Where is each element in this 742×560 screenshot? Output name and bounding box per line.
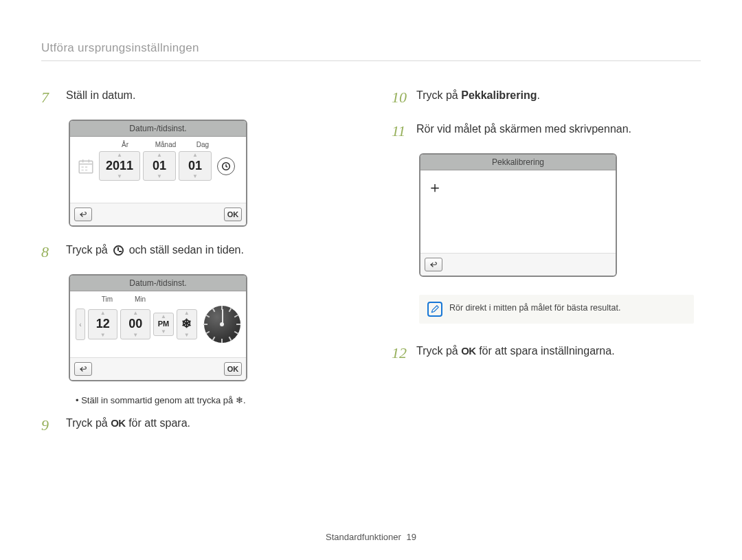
chevron-down-icon[interactable]: ▼ [100,175,139,179]
spinner-day[interactable]: ▲ 01 ▼ [179,151,212,181]
tip-box: Rör direkt i mitten på målet för bästa r… [419,295,694,324]
calibration-target-icon[interactable]: ＋ [427,177,442,198]
step-text: Tryck på OK för att spara inställningarn… [416,341,701,359]
ok-icon: OK [461,344,476,359]
spinner-hour-value: 12 [89,315,117,333]
spinner-year-value: 2011 [100,157,139,175]
chevron-down-icon[interactable]: ▼ [177,333,196,337]
screen-footer: OK [70,203,246,225]
switch-to-time-button[interactable] [217,157,235,175]
dst-icon: ❄ [177,315,196,333]
back-button[interactable] [74,362,92,376]
spinner-min-value: 00 [121,315,150,333]
label-year: År [103,141,147,148]
page-header-title: Utföra ursprungsinställningen [41,41,199,54]
screen-body: År Månad Dag ▲ 2011 ▼ [70,137,246,203]
chevron-down-icon[interactable]: ▼ [179,175,211,179]
date-setting-screen: Datum-/tidsinst. År Månad Dag [69,120,247,227]
tip-text: Rör direkt i mitten på målet för bästa r… [449,302,620,313]
prev-arrow-button[interactable]: ‹ [76,309,85,340]
step-7: 7 Ställ in datum. [41,86,350,109]
screen-footer: OK [70,357,246,380]
ok-button[interactable]: OK [224,208,242,221]
label-hour: Tim [91,295,124,303]
text-fragment: för att spara inställningarna. [479,345,614,357]
text-fragment: Ställ in sommartid genom att trycka på [81,395,236,405]
step-12: 12 Tryck på OK för att spara inställning… [392,341,701,364]
footer-page: 19 [407,532,416,542]
step-number: 9 [41,414,59,436]
step-text: Tryck på OK för att spara. [66,414,350,432]
step-number: 7 [41,86,59,109]
page-header: Utföra ursprungsinställningen [41,41,701,61]
note-icon [427,302,442,317]
right-column: 10 Tryck på Pekkalibrering. 11 Rör vid m… [392,86,701,447]
spinner-year[interactable]: ▲ 2011 ▼ [99,151,140,181]
spinner-month-value: 01 [144,157,175,175]
dst-icon: ❄ [236,395,243,405]
screen-body: Tim Min ‹ ▲ 12 ▼ ▲ 00 ▼ [70,291,246,357]
text-fragment: Tryck på [66,244,111,256]
step-text: Tryck på Pekkalibrering. [416,86,701,104]
spinner-day-value: 01 [179,157,211,175]
screen-body: ＋ [420,170,616,253]
spinner-hour[interactable]: ▲ 12 ▼ [88,309,118,339]
text-fragment: Tryck på [416,345,461,357]
screen-title: Datum-/tidsinst. [70,121,246,137]
spinner-month[interactable]: ▲ 01 ▼ [143,151,176,181]
back-button[interactable] [425,258,442,271]
step-number: 8 [41,240,59,263]
date-spinner-row: ▲ 2011 ▼ ▲ 01 ▼ ▲ 01 ▼ [76,151,240,181]
chevron-down-icon[interactable]: ▼ [89,333,117,337]
calibration-screen: Pekkalibrering ＋ [419,153,617,277]
date-labels: År Månad Dag [76,141,240,148]
time-setting-screen: Datum-/tidsinst. Tim Min ‹ ▲ 12 ▼ ▲ 00 [69,274,247,381]
chevron-down-icon[interactable]: ▼ [144,175,175,179]
bold-fragment: Pekkalibrering [461,89,537,101]
footer-section: Standardfunktioner [326,532,401,542]
step-text: Tryck på och ställ sedan in tiden. [66,240,350,258]
screen-footer [420,253,616,276]
label-day: Dag [184,141,221,148]
step-number: 11 [392,120,409,142]
time-labels: Tim Min [76,295,240,303]
left-column: 7 Ställ in datum. Datum-/tidsinst. År Må… [41,86,350,447]
step-10: 10 Tryck på Pekkalibrering. [392,86,701,109]
spinner-dst[interactable]: ▲ ❄ ▼ [177,309,197,339]
analog-clock [204,306,240,343]
back-button[interactable] [74,208,92,221]
screen-title: Datum-/tidsinst. [70,276,246,291]
ok-icon: OK [111,416,126,432]
step-8: 8 Tryck på och ställ sedan in tiden. [41,240,350,263]
text-fragment: Tryck på [66,417,111,429]
text-fragment: för att spara. [128,417,190,429]
text-fragment: Tryck på [416,89,461,101]
step-9: 9 Tryck på OK för att spara. [41,414,350,436]
clock-icon [112,245,124,257]
content-columns: 7 Ställ in datum. Datum-/tidsinst. År Må… [41,86,701,447]
spinner-min[interactable]: ▲ 00 ▼ [120,309,150,339]
step-number: 12 [392,341,409,364]
text-fragment: . [537,89,539,101]
label-month: Månad [147,141,184,148]
ok-button[interactable]: OK [224,362,242,376]
page-footer: Standardfunktioner 19 [0,532,742,542]
text-fragment: och ställ sedan in tiden. [129,244,244,256]
chevron-down-icon[interactable]: ▼ [121,333,150,337]
dst-note: Ställ in sommartid genom att trycka på ❄… [76,395,350,405]
spinner-ampm[interactable]: ▲ PM ▼ [153,313,174,335]
chevron-down-icon[interactable]: ▼ [154,330,173,334]
time-spinner-row: ‹ ▲ 12 ▼ ▲ 00 ▼ ▲ PM ▼ [76,306,240,343]
screen-title: Pekkalibrering [420,155,616,170]
calendar-icon [76,156,96,177]
step-text: Ställ in datum. [66,86,350,104]
step-text: Rör vid målet på skärmen med skrivpennan… [416,120,701,137]
step-11: 11 Rör vid målet på skärmen med skrivpen… [392,120,701,142]
step-number: 10 [392,86,409,109]
label-min: Min [124,295,157,303]
clock-center [220,322,224,326]
